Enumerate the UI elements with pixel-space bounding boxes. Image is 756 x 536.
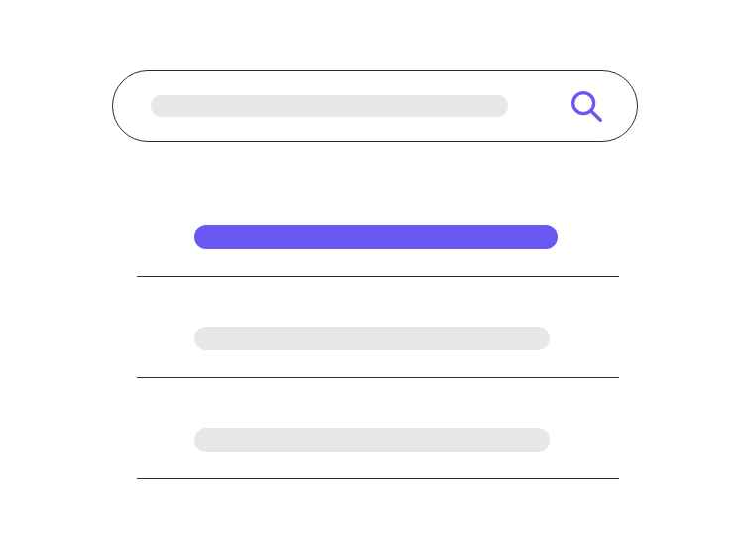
result-title-placeholder	[194, 327, 550, 350]
search-icon	[567, 87, 605, 125]
results-list	[137, 225, 619, 479]
result-title-placeholder	[194, 428, 550, 452]
result-item[interactable]	[137, 428, 619, 479]
result-item[interactable]	[137, 225, 619, 277]
search-input[interactable]	[151, 95, 508, 117]
result-item[interactable]	[137, 327, 619, 378]
result-title-placeholder	[194, 225, 558, 249]
search-bar[interactable]	[112, 70, 638, 142]
search-button[interactable]	[567, 87, 605, 125]
svg-line-1	[591, 111, 600, 120]
